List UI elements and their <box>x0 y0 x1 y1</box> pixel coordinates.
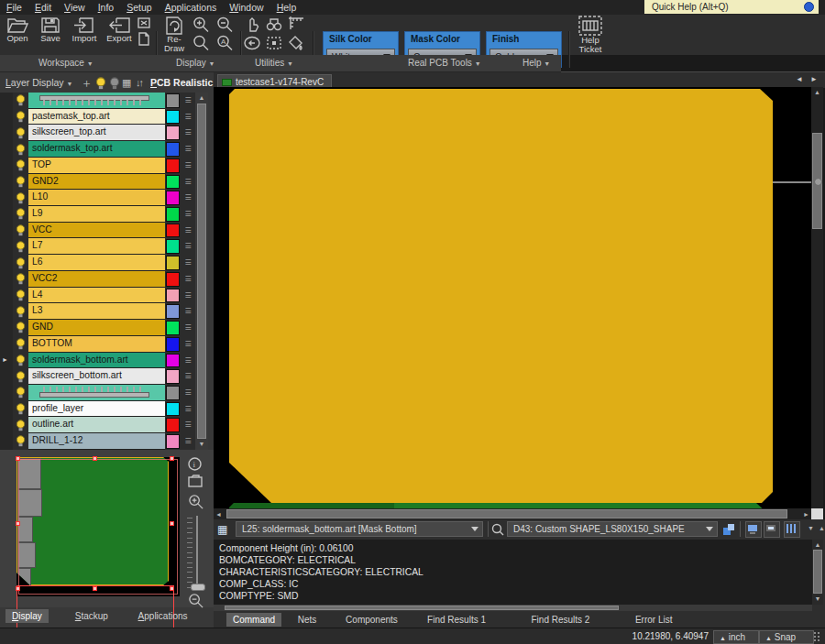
save-button[interactable]: Save <box>35 16 66 43</box>
layer-visibility-bulb-icon[interactable] <box>13 320 28 336</box>
layer-name[interactable]: L6 <box>28 255 165 271</box>
layer-row-soldermask_top.art[interactable]: soldermask_top.art☰ <box>0 141 195 158</box>
layer-options-icon[interactable]: ☰ <box>181 433 195 450</box>
close-drawing-button[interactable] <box>138 17 152 29</box>
layer-display-menu[interactable]: Layer Display ▼ <box>6 77 72 88</box>
utilities-group-label[interactable]: Utilities ▼ <box>255 58 293 68</box>
layer-visibility-bulb-icon[interactable] <box>13 109 28 126</box>
zoom-all-button[interactable]: A <box>216 35 236 51</box>
zoom-slider-track[interactable] <box>196 516 198 589</box>
layer-visibility-bulb-icon[interactable] <box>13 206 28 223</box>
layer-visibility-bulb-icon[interactable] <box>13 93 28 109</box>
real-pcb-tools-group-label[interactable]: Real PCB Tools ▼ <box>408 58 481 68</box>
layer-visibility-bulb-icon[interactable] <box>13 417 28 433</box>
selection-handle[interactable] <box>16 456 20 461</box>
layer-color-chip[interactable] <box>166 337 180 352</box>
panel-expand-icon[interactable]: ▲ <box>819 525 825 531</box>
menu-edit[interactable]: Edit <box>28 2 58 13</box>
tab-scroll-right-icon[interactable]: ► <box>810 75 818 83</box>
layer-row-BOTTOM[interactable]: BOTTOM☰ <box>0 336 195 353</box>
help-ticket-button[interactable]: Help Ticket <box>572 16 609 54</box>
layer-row-GND2[interactable]: GND2☰ <box>0 174 195 191</box>
scroll-up-icon[interactable]: ▲ <box>811 88 823 97</box>
fit-view-icon[interactable] <box>188 475 203 487</box>
layer-row-VCC[interactable]: VCC☰ <box>0 223 195 239</box>
selection-handle[interactable] <box>16 521 20 526</box>
layer-color-chip[interactable] <box>166 93 180 108</box>
layer-color-chip[interactable] <box>166 126 180 140</box>
panel-collapse-icon[interactable]: ▼ <box>808 525 814 531</box>
layer-options-icon[interactable]: ☰ <box>181 109 195 126</box>
left-tab-stackup[interactable]: Stackup <box>69 609 115 623</box>
scroll-up-icon[interactable]: ▲ <box>195 93 208 103</box>
layer-visibility-bulb-icon[interactable] <box>13 353 28 369</box>
layer-name[interactable]: silkscreen_bottom.art <box>28 368 165 385</box>
layer-options-icon[interactable]: ☰ <box>181 385 195 401</box>
layer-name[interactable]: soldermask_top.art <box>28 141 165 158</box>
shape-edit-icon[interactable] <box>721 522 736 537</box>
layer-name[interactable]: pastemask_top.art <box>28 109 165 126</box>
info-icon[interactable]: i <box>188 457 202 471</box>
layer-table-icon[interactable]: ▦ <box>217 523 227 536</box>
scrollbar-thumb[interactable] <box>226 509 787 518</box>
menu-help[interactable]: Help <box>270 2 303 13</box>
statusbar-grip[interactable] <box>814 632 816 634</box>
new-drawing-button[interactable] <box>138 32 151 47</box>
command-console[interactable]: Component Height (in): 0.06100BOMCATEGOR… <box>214 540 812 605</box>
layer-color-chip[interactable] <box>166 272 180 287</box>
bulb-off-icon[interactable] <box>109 77 120 90</box>
layer-options-icon[interactable]: ☰ <box>181 158 195 174</box>
layer-name[interactable]: L4 <box>28 288 165 304</box>
layer-row-DRILL_1-12[interactable]: DRILL_1-12☰ <box>0 433 195 450</box>
layer-row-graphic-bottom[interactable]: ☰ <box>0 385 195 401</box>
layer-color-chip[interactable] <box>166 418 180 432</box>
layer-row-silkscreen_bottom.art[interactable]: silkscreen_bottom.art☰ <box>0 368 195 385</box>
layer-name[interactable]: L7 <box>28 238 165 255</box>
layer-color-chip[interactable] <box>166 175 180 190</box>
canvas-vertical-scrollbar[interactable]: ▲ <box>811 87 823 508</box>
layer-row-GND[interactable]: GND☰ <box>0 320 195 336</box>
fill-button[interactable] <box>288 35 308 51</box>
redraw-button[interactable]: Re-Draw <box>160 16 189 53</box>
selection-handle[interactable] <box>93 586 97 591</box>
layer-options-icon[interactable]: ☰ <box>181 206 195 223</box>
console-option-button-1[interactable] <box>745 521 762 538</box>
layer-name[interactable]: GND2 <box>28 174 165 191</box>
layer-visibility-bulb-icon[interactable] <box>13 223 28 239</box>
layer-name[interactable]: GND <box>28 320 165 336</box>
scroll-right-icon[interactable]: ► <box>803 510 809 519</box>
scroll-left-icon[interactable]: ◄ <box>215 510 222 519</box>
layer-color-chip[interactable] <box>166 224 180 238</box>
layer-color-chip[interactable] <box>166 369 180 384</box>
layer-color-chip[interactable] <box>166 142 180 157</box>
open-button[interactable]: Open <box>2 16 33 43</box>
layer-options-icon[interactable]: ☰ <box>181 417 195 433</box>
console-tab-command[interactable]: Command <box>226 613 281 627</box>
layer-options-icon[interactable]: ☰ <box>181 320 195 336</box>
layer-name[interactable]: TOP <box>28 158 165 174</box>
layer-name[interactable]: VCC <box>28 223 165 239</box>
measure-button[interactable] <box>288 16 308 32</box>
selection-handle[interactable] <box>170 456 174 461</box>
console-tab-nets[interactable]: Nets <box>292 613 324 627</box>
layer-row-L7[interactable]: L7☰ <box>0 238 195 255</box>
help-group-label[interactable]: Help ▼ <box>522 58 550 68</box>
layer-name[interactable]: BOTTOM <box>28 336 165 353</box>
layer-row-VCC2[interactable]: VCC2☰ <box>0 271 195 288</box>
layer-visibility-bulb-icon[interactable] <box>13 158 28 174</box>
layer-row-silkscreen_top.art[interactable]: silkscreen_top.art☰ <box>0 125 195 141</box>
layer-options-icon[interactable]: ☰ <box>181 303 195 320</box>
layer-color-chip[interactable] <box>166 386 180 400</box>
layer-row-L10[interactable]: L10☰ <box>0 190 195 206</box>
selection-handle[interactable] <box>16 586 20 591</box>
layer-options-icon[interactable]: ☰ <box>181 353 195 369</box>
thumbnail-viewport[interactable] <box>16 457 180 596</box>
selection-box-button[interactable] <box>266 35 286 51</box>
layer-color-chip[interactable] <box>166 354 180 368</box>
layer-row-L3[interactable]: L3☰ <box>0 303 195 320</box>
layer-color-chip[interactable] <box>166 304 180 319</box>
selection-handle[interactable] <box>170 586 174 591</box>
layer-visibility-bulb-icon[interactable] <box>13 303 28 320</box>
console-option-button-2[interactable] <box>764 521 780 538</box>
console-tab-error-list[interactable]: Error List <box>629 613 679 627</box>
